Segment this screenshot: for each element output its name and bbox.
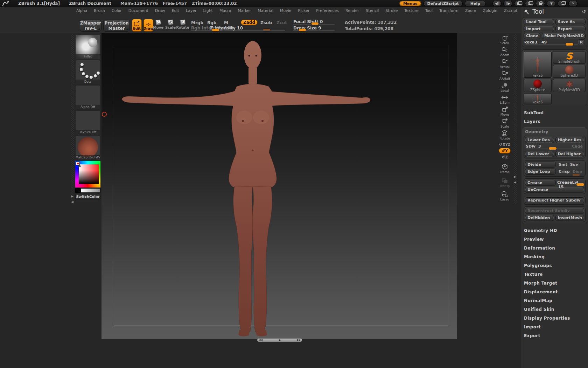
uncrease-button[interactable]: UnCrease (525, 187, 584, 193)
section-deformation[interactable]: Deformation (521, 244, 588, 253)
higher-res-button[interactable]: Higher Res (555, 137, 584, 143)
z-intensity-slider[interactable]: Z Intensity 10 (210, 26, 285, 30)
insert-mesh-button[interactable]: InsertMesh (555, 215, 584, 221)
crisp-toggle[interactable]: Crisp (557, 169, 571, 175)
menus-button[interactable]: Menus (399, 1, 421, 6)
section-preview[interactable]: Preview (521, 235, 588, 244)
menu-stroke[interactable]: Stroke (385, 8, 398, 13)
rotate-z-button[interactable]: ↺ Z (502, 154, 507, 160)
cage-toggle[interactable]: Cage (572, 144, 583, 149)
reproject-higher-subdiv-button[interactable]: Reproject Higher Subdiv (525, 197, 584, 203)
menu-preferences[interactable]: Preferences (316, 8, 339, 13)
current-stroke-thumb[interactable]: Dots (75, 60, 100, 84)
menu-zscript[interactable]: Zscript (504, 8, 517, 13)
geometry-header[interactable]: Geometry (524, 129, 586, 136)
scroll-tool-button[interactable]: Scroll (500, 34, 509, 45)
menu-color[interactable]: Color (112, 8, 122, 13)
section-polygroups[interactable]: Polygroups (521, 261, 588, 270)
crease-lvl-slider[interactable]: CreaseLvl 15 (557, 180, 584, 186)
menu-alpha[interactable]: Alpha (76, 8, 87, 13)
switch-color-button[interactable]: SwitchColor (75, 194, 100, 199)
menu-marker[interactable]: Marker (238, 8, 251, 13)
close-button[interactable]: ✕ (568, 1, 578, 6)
actual-size-button[interactable]: x1 Actual (500, 58, 510, 69)
section-texture[interactable]: Texture (521, 270, 588, 279)
tray-open-arrow-icon[interactable]: ▶ (71, 195, 74, 198)
lower-res-button[interactable]: Lower Res (525, 137, 554, 143)
menu-zplugin[interactable]: Zplugin (483, 8, 498, 13)
save-as-button[interactable]: Save As (555, 19, 586, 25)
rotate-shelf-button[interactable]: Rotate (499, 130, 510, 140)
section-unified-skin[interactable]: Unified Skin (521, 305, 588, 314)
scale-mode-button[interactable]: S Scale (165, 20, 176, 29)
menu-stencil[interactable]: Stencil (366, 8, 379, 13)
frame-button[interactable]: Frame (500, 163, 510, 174)
canvas-scrollbar[interactable]: ◀◀ ▲ ▶▶ (257, 339, 302, 342)
current-alpha-thumb[interactable]: Alpha Off (75, 85, 100, 110)
color-picker[interactable] (75, 161, 100, 188)
tool-quicksave-slider[interactable]: keka3. 49 R (524, 40, 585, 46)
menu-brush[interactable]: Brush (94, 8, 105, 13)
menu-light[interactable]: Light (203, 8, 212, 13)
menu-edit[interactable]: Edit (172, 8, 179, 13)
gradient-color-swatch[interactable] (81, 188, 100, 193)
slider-handle[interactable] (576, 183, 584, 186)
current-texture-thumb[interactable]: Texture Off (75, 110, 100, 135)
export-button[interactable]: Export (555, 26, 586, 32)
zmapper-button[interactable]: ZMapper rev-E (80, 20, 102, 32)
lock-icon[interactable] (536, 1, 545, 6)
divide-button[interactable]: Divide (525, 162, 556, 168)
rotate-mode-button[interactable]: R Rotate (177, 20, 188, 29)
menu-texture[interactable]: Texture (404, 8, 418, 13)
menu-picker[interactable]: Picker (298, 8, 310, 13)
edge-loop-button[interactable]: Edge Loop (525, 169, 556, 175)
scroll-left-icon[interactable]: ◀◀ (259, 339, 262, 342)
del-higher-button[interactable]: Del Higher (555, 151, 584, 157)
simplebrush-tool-thumb[interactable]: S SimpleBrush (553, 51, 586, 64)
sphere3d-tool-thumb[interactable]: Sphere3D (553, 65, 586, 78)
slider-handle[interactable] (212, 29, 219, 31)
tray-close-arrow-icon[interactable]: ◀ (71, 200, 74, 204)
section-import[interactable]: Import (521, 323, 588, 332)
rotate-xyz-button[interactable]: ↺ XYZ (499, 142, 510, 147)
section-geometry-hd[interactable]: Geometry HD (521, 226, 588, 235)
del-lower-button[interactable]: Del Lower (525, 151, 554, 157)
focal-shift-slider[interactable]: Focal Shift 0 (293, 19, 335, 24)
menu-material[interactable]: Material (258, 8, 273, 13)
slider-handle[interactable] (299, 29, 306, 31)
suv-toggle[interactable]: Suv (569, 162, 580, 168)
zadd-toggle[interactable]: Zadd (241, 20, 258, 25)
section-displacement[interactable]: Displacement (521, 288, 588, 297)
help-button[interactable]: Help (465, 1, 486, 6)
zsphere-tool-thumb[interactable]: ZSphere (524, 79, 552, 92)
current-material-thumb[interactable]: MatCap Red Wa (75, 136, 100, 160)
draw-size-slider[interactable]: Draw Size 9 (293, 26, 335, 30)
menu-transform[interactable]: Transform (439, 8, 458, 13)
slider-handle[interactable] (566, 43, 573, 46)
edit-mode-button[interactable]: Edit (132, 19, 142, 32)
left-tray-divider[interactable]: ▶ ◀ (71, 34, 74, 204)
keka5-small-thumb[interactable]: keka5 (524, 93, 552, 104)
restore-button[interactable] (558, 1, 567, 6)
layers-section[interactable]: Layers (521, 117, 588, 126)
make-polymesh3d-button[interactable]: Make PolyMesh3D (542, 33, 586, 39)
section-normalmap[interactable]: NormalMap (521, 297, 588, 305)
zoom-tool-button[interactable]: Zoom (500, 46, 509, 57)
load-tool-button[interactable]: Load Tool (524, 19, 554, 25)
del-hidden-button[interactable]: DelHidden (525, 215, 554, 221)
menu-macro[interactable]: Macro (219, 8, 231, 13)
slider-handle[interactable] (312, 22, 318, 25)
mrgb-toggle[interactable]: Mrgb (191, 20, 203, 25)
move-mode-button[interactable]: M Move (153, 20, 164, 29)
right-tray-divider[interactable]: ▶ ◀ (514, 34, 517, 204)
rgb-toggle[interactable]: Rgb (207, 20, 216, 25)
document-canvas[interactable] (102, 33, 457, 339)
draw-mode-button[interactable]: -¦- Draw (144, 19, 153, 32)
section-morph-target[interactable]: Morph Target (521, 279, 588, 288)
tray-close-arrow-icon[interactable]: ◀ (514, 181, 516, 184)
section-masking[interactable]: Masking (521, 253, 588, 261)
cascade-right-icon[interactable] (525, 1, 534, 6)
tray-open-arrow-icon[interactable]: ▶ (514, 175, 516, 178)
color-picker-sv-selector[interactable] (79, 165, 81, 167)
transp-button[interactable]: Transp (499, 177, 510, 188)
